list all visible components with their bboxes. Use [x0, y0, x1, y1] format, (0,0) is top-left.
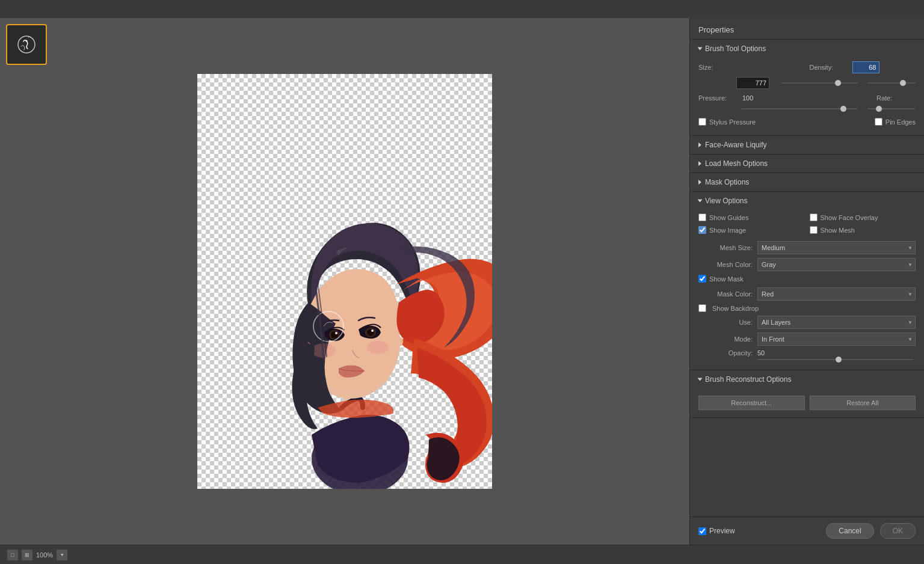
pressure-track	[741, 108, 858, 109]
preview-label: Preview	[709, 527, 735, 535]
pressure-thumb[interactable]	[840, 106, 846, 112]
mesh-color-select-wrapper: Gray Black White Red	[757, 258, 916, 271]
brush-reconstruct-content: Reconstruct... Restore All	[690, 388, 924, 417]
rate-label: Rate:	[876, 94, 916, 102]
size-row: Size: Density:	[698, 61, 916, 73]
zoom-dropdown-icon[interactable]: ▼	[57, 550, 67, 560]
density-input[interactable]	[852, 61, 879, 73]
show-mesh-row: Show Mesh	[810, 226, 916, 234]
density-slider-area	[867, 82, 916, 84]
face-aware-title: Face-Aware Liquify	[705, 141, 767, 149]
footer-buttons: Cancel OK	[826, 523, 916, 539]
show-image-checkbox[interactable]	[698, 226, 706, 234]
main-content: Properties Brush Tool Options Size: Dens…	[0, 18, 924, 545]
size-label: Size:	[698, 64, 738, 71]
mask-options-triangle	[698, 180, 701, 185]
mesh-color-row: Mesh Color: Gray Black White Red	[698, 258, 916, 271]
view-options-content: Show Guides Show Face Overlay Show Image…	[690, 210, 924, 370]
opacity-thumb[interactable]	[836, 357, 842, 363]
mesh-size-row: Mesh Size: Medium Small Large	[698, 241, 916, 254]
stylus-pressure-label: Stylus Pressure	[709, 118, 756, 126]
mask-color-select[interactable]: Red Green Blue White Black	[757, 287, 916, 301]
mesh-color-select[interactable]: Gray Black White Red	[757, 258, 916, 271]
size-thumb[interactable]	[835, 80, 841, 86]
brush-reconstruct-triangle	[698, 378, 703, 381]
reconstruct-buttons: Reconstruct... Restore All	[698, 396, 916, 410]
cancel-button[interactable]: Cancel	[826, 523, 873, 539]
density-thumb[interactable]	[900, 80, 906, 86]
bottom-icon-1[interactable]: □	[7, 550, 18, 560]
brush-reconstruct-header[interactable]: Brush Reconstruct Options	[690, 370, 924, 388]
preview-checkbox[interactable]	[698, 527, 706, 535]
reconstruct-button[interactable]: Reconstruct...	[698, 396, 805, 410]
brush-tool-options-header[interactable]: Brush Tool Options	[690, 40, 924, 58]
load-mesh-header[interactable]: Load Mesh Options	[690, 155, 924, 173]
mask-color-label: Mask Color:	[698, 290, 753, 298]
properties-title: Properties	[690, 18, 924, 40]
density-track	[867, 82, 916, 84]
size-slider[interactable]	[781, 79, 858, 87]
show-mesh-checkbox[interactable]	[810, 226, 818, 234]
view-options-section: View Options Show Guides Show Face Overl…	[690, 192, 924, 370]
mask-color-row: Mask Color: Red Green Blue White Black	[698, 287, 916, 301]
panel-spacer	[690, 418, 924, 516]
svg-point-15	[396, 337, 403, 346]
show-image-label: Show Image	[709, 227, 746, 234]
tool-icon-box[interactable]	[6, 24, 47, 65]
pin-edges-checkbox[interactable]	[875, 118, 882, 126]
bottom-icon-2[interactable]: ⊞	[22, 550, 32, 560]
view-options-title: View Options	[705, 197, 747, 205]
pressure-slider[interactable]	[741, 105, 858, 113]
svg-point-1	[26, 40, 28, 42]
artwork-svg	[197, 74, 492, 489]
show-face-overlay-checkbox[interactable]	[810, 213, 818, 221]
view-grid-1: Show Guides Show Face Overlay Show Image…	[698, 213, 916, 236]
load-mesh-triangle	[698, 161, 701, 166]
show-mask-checkbox[interactable]	[698, 275, 706, 283]
mask-options-header[interactable]: Mask Options	[690, 173, 924, 191]
opacity-row: Opacity: 50	[698, 349, 916, 357]
show-backdrop-row: Show Backdrop	[698, 304, 916, 312]
pressure-row: Pressure: 100 Rate:	[698, 94, 916, 102]
preview-check: Preview	[698, 527, 735, 535]
size-left: Size:	[698, 64, 805, 71]
show-guides-label: Show Guides	[709, 214, 748, 221]
mesh-size-label: Mesh Size:	[698, 244, 753, 251]
rate-track	[867, 108, 916, 109]
svg-point-0	[18, 36, 35, 53]
face-aware-section: Face-Aware Liquify	[690, 136, 924, 155]
mesh-size-select-wrapper: Medium Small Large	[757, 241, 916, 254]
use-select[interactable]: All Layers Background	[757, 316, 916, 329]
brush-tool-options-title: Brush Tool Options	[705, 44, 766, 53]
liquify-tool-icon	[15, 33, 38, 56]
rate-slider-area	[867, 108, 916, 109]
face-aware-header[interactable]: Face-Aware Liquify	[690, 136, 924, 154]
show-backdrop-label: Show Backdrop	[712, 305, 759, 312]
stylus-pressure-checkbox[interactable]	[698, 118, 706, 126]
view-options-header[interactable]: View Options	[690, 192, 924, 210]
brush-tool-options-triangle	[698, 48, 703, 51]
pressure-value: 100	[742, 94, 753, 102]
pin-edges-row: Pin Edges	[875, 118, 916, 126]
restore-all-button[interactable]: Restore All	[810, 396, 916, 410]
rate-thumb[interactable]	[876, 106, 882, 112]
mesh-size-select[interactable]: Medium Small Large	[757, 241, 916, 254]
svg-point-9	[371, 330, 374, 332]
mode-select-wrapper: In Front Behind Blend	[757, 333, 916, 346]
load-mesh-title: Load Mesh Options	[705, 159, 768, 168]
zoom-value: 100%	[36, 551, 53, 559]
show-mask-row: Show Mask	[698, 275, 916, 283]
show-mesh-label: Show Mesh	[821, 227, 855, 234]
mask-color-select-wrapper: Red Green Blue White Black	[757, 287, 916, 301]
pressure-label: Pressure:	[698, 94, 738, 102]
use-row: Use: All Layers Background	[698, 316, 916, 329]
brush-tool-options-content: Size: Density:	[690, 58, 924, 135]
size-right: Density:	[810, 61, 916, 73]
show-guides-checkbox[interactable]	[698, 213, 706, 221]
stylus-pin-row: Stylus Pressure Pin Edges	[698, 118, 916, 128]
mode-select[interactable]: In Front Behind Blend	[757, 333, 916, 346]
pin-edges-label: Pin Edges	[886, 118, 916, 126]
size-input[interactable]	[736, 77, 769, 89]
show-backdrop-checkbox[interactable]	[698, 304, 706, 312]
ok-button[interactable]: OK	[880, 523, 916, 539]
